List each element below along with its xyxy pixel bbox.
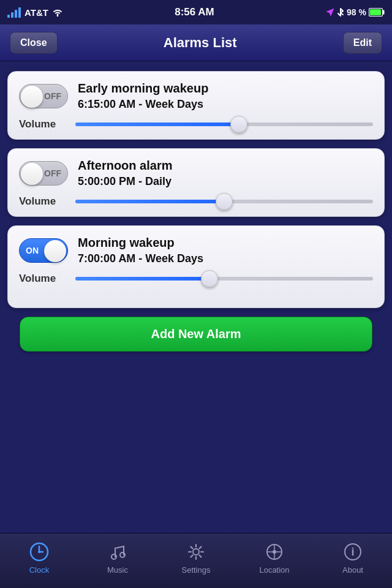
clock-tab-label: Clock [29,565,50,575]
tab-clock[interactable]: Clock [0,538,78,577]
alarm-2-toggle-label: OFF [44,168,61,178]
alarm-3-slider-track[interactable] [75,277,373,281]
status-bar: AT&T 8:56 AM 98 % [0,0,392,24]
alarm-2-slider-thumb[interactable] [216,193,233,210]
alarm-1-knob [21,86,43,108]
svg-point-13 [273,550,276,554]
alarm-3-volume-label: Volume [19,273,68,285]
tab-about[interactable]: i About [314,538,392,577]
location-icon [263,541,285,563]
alarm-3-knob [44,240,66,262]
alarm-3-info: Morning wakeup 7:00:00 AM - Week Days [78,236,373,265]
location-tab-label: Location [259,565,289,575]
alarm-3-slider-fill [75,277,209,281]
settings-icon [185,541,207,563]
alarm-top-row-1: OFF Early morning wakeup 6:15:00 AM - We… [19,81,373,111]
alarm-2-volume-row: Volume [19,195,373,208]
alarm-2-toggle[interactable]: OFF [19,161,68,186]
edit-button[interactable]: Edit [343,32,382,54]
status-right: 98 % [326,7,385,17]
about-icon: i [342,541,364,563]
alarm-1-toggle[interactable]: OFF [19,84,68,108]
nav-bar: Close Alarms List Edit [0,24,392,61]
settings-tab-label: Settings [182,565,211,575]
wifi-icon [52,8,63,17]
alarm-3-toggle-label: ON [26,246,39,255]
alarm-1-volume-label: Volume [19,118,68,130]
carrier-label: AT&T [24,7,48,18]
alarm-1-volume-row: Volume [19,118,373,130]
alarm-1-time: 6:15:00 AM - Week Days [78,98,373,111]
tab-settings[interactable]: Settings [157,538,235,577]
alarm-3-slider-thumb[interactable] [201,270,218,287]
alarm-2-info: Afternoon alarm 5:00:00 PM - Daily [78,159,373,188]
alarm-3-time: 7:00:00 AM - Week Days [78,252,373,265]
tab-music[interactable]: Music [78,538,157,577]
battery-icon [369,8,385,17]
add-alarm-button[interactable]: Add New Alarm [20,317,372,352]
tab-location[interactable]: Location [235,538,314,577]
main-content: OFF Early morning wakeup 6:15:00 AM - We… [0,61,392,533]
bluetooth-icon [337,7,344,17]
location-arrow-icon [326,8,334,17]
alarm-2-volume-label: Volume [19,195,68,208]
svg-text:i: i [351,546,354,558]
alarm-top-row-2: OFF Afternoon alarm 5:00:00 PM - Daily [19,159,373,188]
time-display: 8:56 AM [175,6,214,18]
alarm-1-slider-track[interactable] [75,123,373,126]
alarm-card-2: OFF Afternoon alarm 5:00:00 PM - Daily V… [7,148,385,217]
alarm-2-slider-fill [75,200,224,203]
alarm-1-slider-fill [75,123,239,126]
close-button[interactable]: Close [10,32,58,54]
alarm-1-slider-thumb[interactable] [230,116,247,133]
clock-icon [28,541,50,563]
page-title: Alarms List [164,35,237,51]
battery-percent: 98 % [347,7,366,17]
tab-bar: Clock Music Settings [0,533,392,588]
status-left: AT&T [7,7,63,18]
alarm-top-row-3: ON Morning wakeup 7:00:00 AM - Week Days [19,236,373,265]
alarm-card-1: OFF Early morning wakeup 6:15:00 AM - We… [7,71,385,140]
alarm-2-slider-track[interactable] [75,200,373,203]
music-icon [107,541,129,563]
alarm-1-name: Early morning wakeup [78,81,373,96]
about-tab-label: About [342,565,363,575]
alarm-3-volume-row: Volume [19,273,373,285]
signal-bars [7,7,21,18]
alarm-3-name: Morning wakeup [78,236,373,250]
alarm-2-name: Afternoon alarm [78,159,373,173]
alarm-card-3: ON Morning wakeup 7:00:00 AM - Week Days… [7,225,385,308]
svg-rect-1 [383,10,385,15]
svg-point-9 [193,549,199,555]
alarm-2-time: 5:00:00 PM - Daily [78,175,373,188]
alarm-1-toggle-label: OFF [44,91,61,101]
svg-rect-2 [370,9,381,15]
svg-point-6 [38,551,40,553]
alarm-2-knob [21,163,43,185]
music-tab-label: Music [107,565,128,575]
alarm-1-info: Early morning wakeup 6:15:00 AM - Week D… [78,81,373,111]
alarm-3-toggle[interactable]: ON [19,238,68,263]
